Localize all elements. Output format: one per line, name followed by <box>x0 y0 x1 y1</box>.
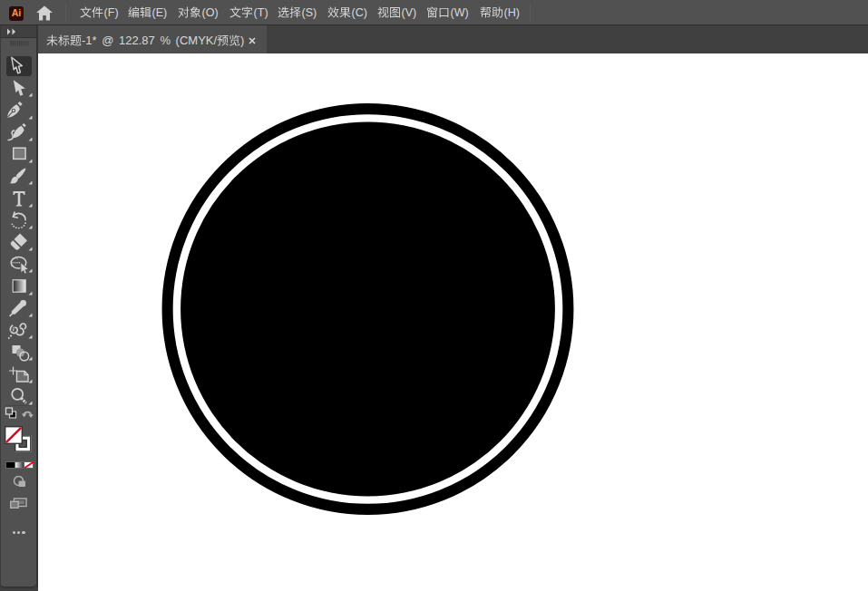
svg-text:(T): (T) <box>254 6 268 19</box>
svg-text:-1* @ 122.87 % (CMYK/: -1* @ 122.87 % (CMYK/ <box>82 34 217 47</box>
svg-text:(S): (S) <box>302 6 317 19</box>
svg-text:(O): (O) <box>201 6 218 19</box>
svg-text:): ) <box>240 34 244 47</box>
svg-text:(W): (W) <box>451 6 469 19</box>
svg-text:(F): (F) <box>104 6 119 19</box>
svg-text:(V): (V) <box>401 6 416 19</box>
svg-text:(H): (H) <box>503 6 519 19</box>
svg-text:(E): (E) <box>152 6 168 19</box>
svg-text:(C): (C) <box>351 6 366 19</box>
